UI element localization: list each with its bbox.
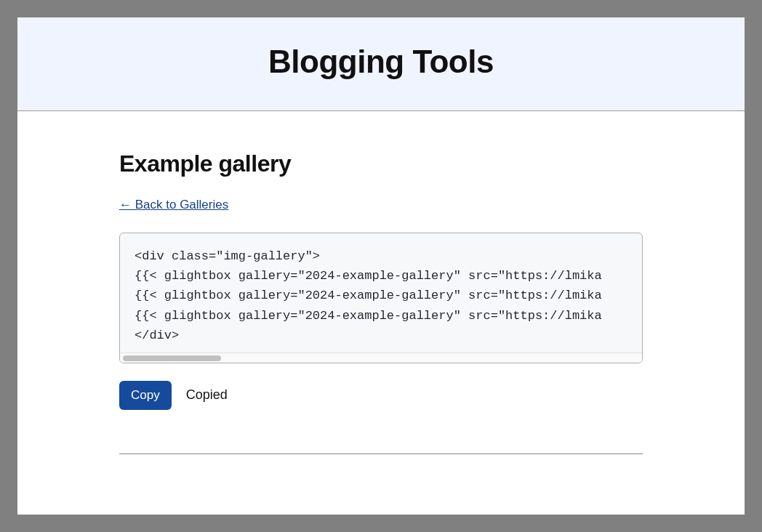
copy-button[interactable]: Copy	[119, 381, 172, 410]
copy-status-text: Copied	[186, 387, 228, 403]
horizontal-scrollbar-thumb[interactable]	[123, 355, 221, 361]
app-header: Blogging Tools	[17, 17, 745, 111]
app-title: Blogging Tools	[32, 44, 730, 80]
page-title: Example gallery	[119, 150, 643, 177]
section-divider	[119, 454, 643, 454]
horizontal-scrollbar-track[interactable]	[120, 352, 642, 363]
app-window: Blogging Tools Example gallery ← Back to…	[17, 17, 745, 515]
action-row: Copy Copied	[119, 381, 643, 410]
code-snippet[interactable]: <div class="img-gallery"> {{< glightbox …	[120, 233, 642, 352]
back-to-galleries-link[interactable]: ← Back to Galleries	[119, 198, 228, 212]
content-inner: Example gallery ← Back to Galleries <div…	[119, 150, 643, 454]
code-block-container: <div class="img-gallery"> {{< glightbox …	[119, 233, 643, 363]
main-content: Example gallery ← Back to Galleries <div…	[17, 111, 745, 515]
